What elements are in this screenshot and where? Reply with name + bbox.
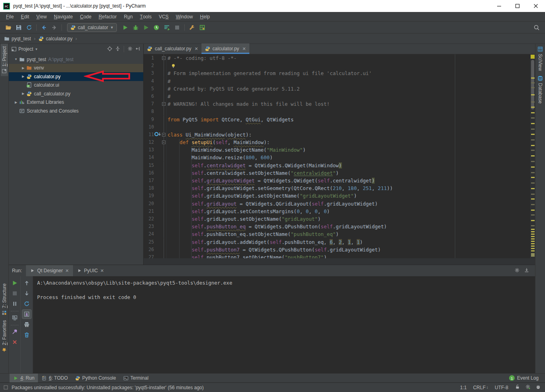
- code-text[interactable]: class Ui_MainWindow(object):: [167, 131, 252, 139]
- menu-view[interactable]: View: [33, 12, 50, 21]
- up-button[interactable]: [22, 278, 32, 288]
- inspector-gear-button[interactable]: [525, 384, 531, 391]
- toolwindow-tab-4-run[interactable]: 4: Run: [10, 374, 38, 382]
- tree-expand-icon[interactable]: ▼: [13, 57, 19, 61]
- code-text[interactable]: # WARNING! All changes made in this file…: [167, 100, 330, 108]
- caret-position[interactable]: 1:1: [460, 385, 467, 390]
- sync-button[interactable]: [24, 23, 34, 32]
- code-text[interactable]: # Created by: PyQt5 UI code generator 5.…: [167, 85, 300, 93]
- maximize-button[interactable]: [508, 0, 527, 12]
- menu-help[interactable]: Help: [196, 12, 213, 21]
- run-tab-pyuic[interactable]: PyUIC✕: [73, 265, 108, 276]
- code-text[interactable]: self.centralwidget = QtWidgets.QWidget(M…: [167, 162, 342, 169]
- pause-button[interactable]: [10, 299, 20, 309]
- toolwindow-tab-python-console[interactable]: Python Console: [71, 374, 120, 382]
- hide-left-button[interactable]: [135, 46, 141, 53]
- fold-marker[interactable]: −: [161, 54, 166, 62]
- strip-tab-2-favorites[interactable]: 2: Favorites: [1, 318, 8, 355]
- menu-edit[interactable]: Edit: [17, 12, 33, 21]
- lock-button[interactable]: [515, 384, 520, 391]
- toolwindow-tab-6-todo[interactable]: 6: TODO: [38, 374, 71, 382]
- code-text[interactable]: self.pushButton_eq = QtWidgets.QPushButt…: [167, 223, 387, 230]
- tree-item-scratches-and-consoles[interactable]: Scratches and Consoles: [9, 107, 143, 115]
- settings-gear-button[interactable]: [127, 46, 133, 53]
- back-button[interactable]: [39, 23, 49, 32]
- hector-button[interactable]: [535, 384, 541, 391]
- save-button[interactable]: [14, 23, 24, 32]
- trash-button[interactable]: [22, 330, 32, 340]
- down-button[interactable]: [22, 289, 32, 298]
- code-text[interactable]: self.pushButton7 = QtWidgets.QPushButton…: [167, 246, 381, 253]
- intention-bulb-icon[interactable]: [171, 63, 176, 69]
- hide-down-button[interactable]: [524, 267, 529, 274]
- code-text[interactable]: self.gridLayoutWidget.setGeometry(QtCore…: [167, 184, 393, 192]
- code-text[interactable]: MainWindow.resize(800, 600): [167, 154, 272, 161]
- event-log-button[interactable]: 1Event Log: [509, 375, 545, 381]
- code-text[interactable]: self.pushButton_eq.setObjectName("pushBu…: [167, 230, 339, 238]
- menu-file[interactable]: File: [2, 12, 17, 21]
- coverage-button[interactable]: [141, 23, 151, 32]
- code-text[interactable]: [167, 108, 168, 115]
- code-editor[interactable]: 1−# -*- coding: utf-8 -*-23# Form implem…: [144, 54, 529, 258]
- stop-disabled-button[interactable]: [10, 289, 20, 298]
- restore-layout-button[interactable]: [10, 313, 20, 323]
- forward-button[interactable]: [49, 23, 59, 32]
- menu-window[interactable]: Window: [172, 12, 197, 21]
- code-text[interactable]: #: [167, 93, 171, 100]
- softwrap-button[interactable]: [22, 299, 32, 309]
- close-button[interactable]: [527, 0, 545, 12]
- toolwindow-tab-terminal[interactable]: Terminal: [120, 374, 152, 382]
- code-text[interactable]: # -*- coding: utf-8 -*-: [167, 54, 237, 62]
- tree-expand-icon[interactable]: ▶: [20, 75, 26, 78]
- fold-marker[interactable]: −: [161, 139, 166, 146]
- close-tab-icon[interactable]: ✕: [100, 268, 104, 273]
- minimize-button[interactable]: [490, 0, 508, 12]
- code-text[interactable]: [167, 123, 168, 131]
- menu-tools[interactable]: Tools: [136, 12, 155, 21]
- code-text[interactable]: # Form implementation generated from rea…: [167, 69, 372, 77]
- tree-expand-icon[interactable]: ▶: [13, 101, 19, 104]
- strip-tab-sciview[interactable]: SciView: [537, 44, 544, 73]
- run-button[interactable]: [120, 23, 130, 32]
- tree-expand-icon[interactable]: ▶: [20, 92, 26, 95]
- code-text[interactable]: [167, 62, 176, 69]
- code-text[interactable]: self.gridLayout.addWidget(self.pushButto…: [167, 238, 363, 246]
- code-text[interactable]: self.gridLayoutWidget = QtWidgets.QWidge…: [167, 177, 375, 184]
- close-tab-icon[interactable]: ✕: [241, 46, 246, 51]
- code-text[interactable]: from PyQt5 import QtCore, QtGui, QtWidge…: [167, 116, 294, 123]
- file-status-marker[interactable]: [531, 55, 535, 59]
- collapse-all-button[interactable]: [115, 46, 120, 53]
- open-button[interactable]: [3, 23, 14, 32]
- search-everywhere-button[interactable]: [531, 23, 542, 32]
- strip-tab-1-project[interactable]: 1: Project: [1, 44, 8, 76]
- tree-item-call_calculator-py[interactable]: ▶call_calculator.py: [9, 89, 143, 98]
- code-text[interactable]: self.centralwidget.setObjectName("centra…: [167, 169, 339, 177]
- horizontal-scrollbar[interactable]: [144, 258, 535, 265]
- scrollend-button[interactable]: [22, 309, 32, 319]
- menu-navigate[interactable]: Navigate: [50, 12, 76, 21]
- project-panel-title[interactable]: Project: [18, 46, 33, 52]
- profile-button[interactable]: [151, 23, 162, 32]
- toolgrid-button[interactable]: [197, 23, 207, 32]
- breadcrumb-item[interactable]: pyqt_test: [4, 36, 31, 42]
- tree-item-pyqt_test[interactable]: ▼pyqt_test A:\pyqt_test: [9, 55, 143, 64]
- tree-item-venv[interactable]: ▶venv: [9, 64, 143, 73]
- stop-button[interactable]: [172, 23, 182, 32]
- menu-run[interactable]: Run: [120, 12, 136, 21]
- run-tab-qt-designer[interactable]: Qt Designer✕: [26, 265, 73, 276]
- tree-item-external-libraries[interactable]: ▶External Libraries: [9, 98, 143, 107]
- tree-item-calculator-py[interactable]: ▶calculator.py: [9, 72, 143, 81]
- pin-button[interactable]: [10, 327, 20, 337]
- run-config-selector[interactable]: call_calculator▼: [67, 23, 117, 32]
- tree-item-calculator-ui[interactable]: qtcalculator.ui: [9, 81, 143, 90]
- editor-tab-calculator-py[interactable]: calculator.py✕: [201, 44, 249, 54]
- code-text[interactable]: MainWindow.setObjectName("MainWindow"): [167, 146, 306, 154]
- toolwindow-toggle-icon[interactable]: [3, 385, 8, 390]
- settings-gear-button[interactable]: [514, 267, 520, 274]
- close-tab-icon[interactable]: ✕: [194, 46, 198, 51]
- code-text[interactable]: self.gridLayout.setObjectName("gridLayou…: [167, 215, 321, 223]
- tree-expand-icon[interactable]: ▶: [20, 66, 26, 70]
- menu-code[interactable]: Code: [76, 12, 95, 21]
- code-text[interactable]: #: [167, 77, 171, 85]
- locate-button[interactable]: [107, 46, 113, 53]
